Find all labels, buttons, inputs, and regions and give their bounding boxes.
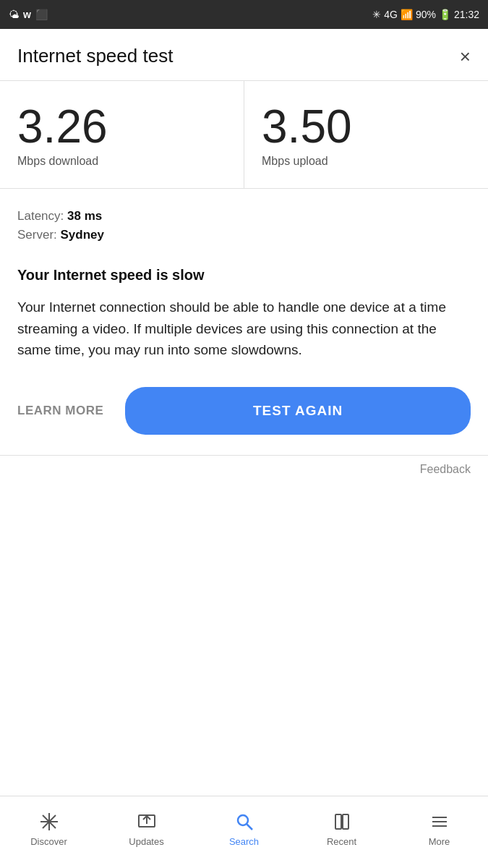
nav-item-discover[interactable]: Discover (0, 812, 98, 847)
status-right: ✳ 4G 📶 90% 🔋 21:32 (372, 9, 479, 20)
recent-icon (332, 812, 352, 832)
more-icon (429, 812, 450, 832)
bluetooth-icon: ✳ (372, 9, 381, 20)
download-block: 3.26 Mbps download (0, 81, 244, 188)
close-button[interactable]: × (460, 47, 471, 66)
time-label: 21:32 (454, 9, 479, 20)
details-section: Latency: 38 ms Server: Sydney (0, 189, 488, 247)
nav-item-recent[interactable]: Recent (293, 812, 390, 847)
discover-icon (39, 812, 59, 832)
latency-line: Latency: 38 ms (17, 209, 471, 224)
bottom-nav: Discover Updates Search (0, 796, 488, 868)
feedback-label: Feedback (420, 463, 471, 475)
download-label: Mbps download (17, 155, 98, 168)
battery-label: 90% (416, 9, 436, 20)
battery-icon: 🔋 (439, 9, 451, 20)
latency-value: 38 ms (67, 209, 102, 223)
search-icon (234, 812, 254, 832)
network-label: 4G (384, 9, 398, 20)
latency-label: Latency: (17, 209, 64, 223)
nav-label-search: Search (229, 836, 259, 847)
card-header: Internet speed test × (0, 29, 488, 80)
svg-point-8 (238, 815, 248, 825)
upload-block: 3.50 Mbps upload (244, 81, 488, 188)
speed-section: 3.26 Mbps download 3.50 Mbps upload (0, 80, 488, 189)
updates-icon (137, 812, 157, 832)
upload-value: 3.50 (262, 101, 352, 152)
nav-label-recent: Recent (327, 836, 356, 847)
svg-line-9 (247, 825, 252, 830)
message-section: Your Internet speed is slow Your Interne… (0, 247, 488, 360)
status-left: 🌤 w ⬛ (9, 9, 48, 20)
learn-more-button[interactable]: LEARN MORE (17, 398, 103, 424)
svg-rect-10 (335, 814, 341, 829)
svg-rect-11 (343, 814, 348, 829)
server-value: Sydney (61, 228, 104, 242)
card-title: Internet speed test (17, 45, 173, 67)
nav-item-updates[interactable]: Updates (98, 812, 195, 847)
wifi-icon: 📶 (401, 9, 413, 20)
nav-item-search[interactable]: Search (195, 812, 293, 847)
server-line: Server: Sydney (17, 228, 471, 242)
server-label: Server: (17, 228, 57, 242)
status-bar: 🌤 w ⬛ ✳ 4G 📶 90% 🔋 21:32 (0, 0, 488, 29)
nav-item-more[interactable]: More (390, 812, 488, 847)
test-again-button[interactable]: TEST AGAIN (125, 387, 471, 435)
upload-label: Mbps upload (262, 155, 328, 168)
nav-label-more: More (429, 836, 450, 847)
message-body: Your Internet connection should be able … (17, 297, 471, 360)
w-icon: w (23, 9, 31, 20)
nav-label-updates: Updates (129, 836, 163, 847)
speed-test-card: Internet speed test × 3.26 Mbps download… (0, 29, 488, 796)
nav-label-discover: Discover (30, 836, 67, 847)
message-heading: Your Internet speed is slow (17, 267, 471, 284)
actions-section: LEARN MORE TEST AGAIN (0, 361, 488, 455)
weather-icon: 🌤 (9, 9, 19, 20)
feedback-area: Feedback (0, 455, 488, 483)
download-value: 3.26 (17, 101, 108, 152)
signal-icon: ⬛ (35, 9, 48, 20)
